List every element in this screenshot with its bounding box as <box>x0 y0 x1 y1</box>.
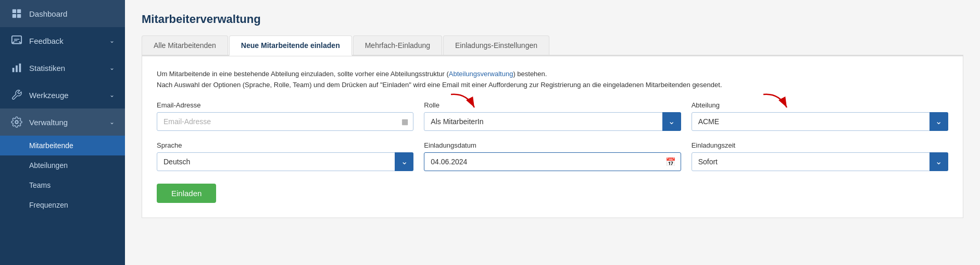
tab-alle[interactable]: Alle Mitarbeitenden <box>142 35 228 55</box>
email-input-wrapper: ▦ <box>157 112 413 131</box>
email-label: Email-Adresse <box>157 101 413 109</box>
svg-rect-7 <box>19 64 21 73</box>
chevron-down-icon: ⌄ <box>109 37 115 44</box>
form-row-2: Sprache Deutsch Englisch Französisch ⌄ E… <box>157 141 948 171</box>
sidebar-sub-label: Abteilungen <box>29 161 68 170</box>
sidebar-item-feedback[interactable]: Feedback ⌄ <box>0 27 125 54</box>
email-input[interactable] <box>157 112 413 131</box>
sidebar-item-statistiken[interactable]: Statistiken ⌄ <box>0 54 125 81</box>
sidebar-item-frequenzen[interactable]: Frequenzen <box>0 195 125 215</box>
einladungszeit-select[interactable]: Sofort Geplant <box>692 152 948 171</box>
svg-rect-6 <box>16 65 18 72</box>
svg-rect-3 <box>17 14 21 18</box>
sidebar-item-mitarbeitende[interactable]: Mitarbeitende <box>0 136 125 155</box>
svg-rect-1 <box>17 9 21 13</box>
sidebar-item-label: Feedback <box>29 37 64 45</box>
sidebar-item-werkzeuge[interactable]: Werkzeuge ⌄ <box>0 81 125 109</box>
sprache-select-wrapper: Deutsch Englisch Französisch ⌄ <box>157 152 413 171</box>
svg-rect-0 <box>12 9 16 13</box>
form-row-1: Email-Adresse ▦ Rolle Als MitarbeiterIn … <box>157 101 948 131</box>
tab-bar: Alle Mitarbeitenden Neue Mitarbeitende e… <box>142 35 963 56</box>
sidebar-item-label: Werkzeuge <box>29 91 69 100</box>
feedback-icon <box>10 34 23 47</box>
sidebar-item-label: Verwaltung <box>29 118 68 127</box>
sidebar-item-dashboard[interactable]: Dashboard <box>0 0 125 27</box>
settings-icon <box>10 116 23 128</box>
scan-icon: ▦ <box>401 117 408 126</box>
einladungszeit-label: Einladungszeit <box>692 141 948 149</box>
sidebar-item-label: Statistiken <box>29 64 65 73</box>
svg-rect-5 <box>12 68 15 72</box>
page-title: Mitarbeiterverwaltung <box>142 13 963 26</box>
rolle-label: Rolle <box>424 101 681 109</box>
abteilungsverwaltung-link[interactable]: Abteilungsverwaltung <box>449 70 513 78</box>
invite-button[interactable]: Einladen <box>157 184 216 203</box>
abteilung-group: Abteilung ACME HR IT Marketing ⌄ <box>692 101 948 131</box>
grid-icon <box>10 7 23 20</box>
sidebar-sub-label: Mitarbeitende <box>29 141 73 150</box>
sprache-select[interactable]: Deutsch Englisch Französisch <box>157 152 413 171</box>
sidebar-item-label: Dashboard <box>29 9 67 18</box>
rolle-select-wrapper: Als MitarbeiterIn Administrator Manager … <box>424 112 681 131</box>
einladungszeit-group: Einladungszeit Sofort Geplant ⌄ <box>692 141 948 171</box>
sidebar-sub-label: Teams <box>29 181 51 189</box>
chevron-down-icon: ⌄ <box>109 118 115 126</box>
chevron-down-icon: ⌄ <box>109 91 115 99</box>
sprache-group: Sprache Deutsch Englisch Französisch ⌄ <box>157 141 413 171</box>
sidebar-item-teams[interactable]: Teams <box>0 175 125 195</box>
sprache-label: Sprache <box>157 141 413 149</box>
rolle-select[interactable]: Als MitarbeiterIn Administrator Manager <box>424 112 681 131</box>
info-text: Um Mitarbeitende in eine bestehende Abte… <box>157 69 948 91</box>
tab-einladungs[interactable]: Einladungs-Einstellungen <box>443 35 549 55</box>
tools-icon <box>10 89 23 101</box>
sidebar-item-verwaltung[interactable]: Verwaltung ⌄ <box>0 109 125 136</box>
rolle-group: Rolle Als MitarbeiterIn Administrator Ma… <box>424 101 681 131</box>
einladungszeit-select-wrapper: Sofort Geplant ⌄ <box>692 152 948 171</box>
sidebar-sub-label: Frequenzen <box>29 201 68 209</box>
abteilung-label: Abteilung <box>692 101 948 109</box>
einladungsdatum-input[interactable] <box>424 152 681 171</box>
chart-icon <box>10 62 23 74</box>
einladungsdatum-input-wrapper: 📅 <box>424 152 681 171</box>
abteilung-select[interactable]: ACME HR IT Marketing <box>692 112 948 131</box>
chevron-down-icon: ⌄ <box>109 64 115 71</box>
abteilung-select-wrapper: ACME HR IT Marketing ⌄ <box>692 112 948 131</box>
tab-mehrfach[interactable]: Mehrfach-Einladung <box>353 35 442 55</box>
sidebar-item-abteilungen[interactable]: Abteilungen <box>0 155 125 175</box>
form-card: Um Mitarbeitende in eine bestehende Abte… <box>142 56 963 218</box>
sidebar: Dashboard Feedback ⌄ Statistiken ⌄ <box>0 0 125 265</box>
einladungsdatum-label: Einladungsdatum <box>424 141 681 149</box>
svg-rect-2 <box>12 14 16 18</box>
tab-neue[interactable]: Neue Mitarbeitende einladen <box>229 35 352 56</box>
einladungsdatum-group: Einladungsdatum 📅 <box>424 141 681 171</box>
email-group: Email-Adresse ▦ <box>157 101 413 131</box>
main-content: Mitarbeiterverwaltung Alle Mitarbeitende… <box>125 0 980 265</box>
svg-point-8 <box>15 121 18 124</box>
